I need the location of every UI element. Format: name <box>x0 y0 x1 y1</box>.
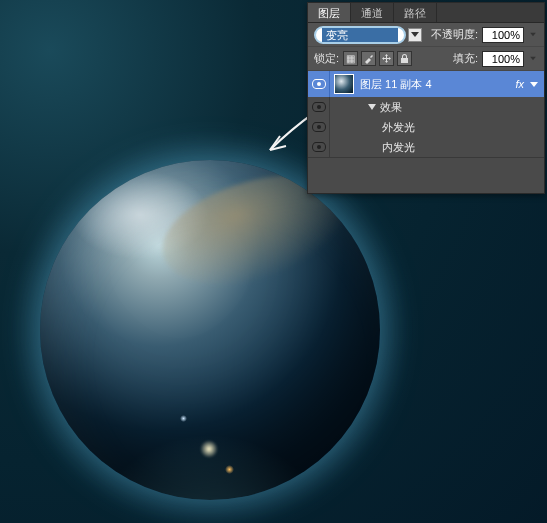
visibility-toggle[interactable] <box>308 97 330 117</box>
blend-opacity-row: 变亮 不透明度: 100% <box>308 23 544 47</box>
eye-icon <box>312 142 326 152</box>
fill-flyout-button[interactable] <box>528 56 538 61</box>
opacity-label: 不透明度: <box>431 27 478 42</box>
fill-input[interactable]: 100% <box>482 51 524 67</box>
layer-row-selected[interactable]: 图层 11 副本 4 fx <box>308 71 544 97</box>
visibility-toggle[interactable] <box>308 137 330 157</box>
brush-icon <box>363 53 374 64</box>
fx-indicator[interactable]: fx <box>509 78 530 90</box>
lens-flare <box>225 465 234 474</box>
visibility-toggle[interactable] <box>308 117 330 137</box>
lock-fill-row: 锁定: ▦ 填充: 100% <box>308 47 544 71</box>
eye-icon <box>312 79 326 89</box>
lock-icon <box>399 53 410 64</box>
layer-list-empty-area <box>308 157 544 193</box>
tab-layers[interactable]: 图层 <box>308 3 351 22</box>
lock-transparency-button[interactable]: ▦ <box>343 51 358 66</box>
eye-icon <box>312 122 326 132</box>
opacity-flyout-button[interactable] <box>528 32 538 37</box>
opacity-input[interactable]: 100% <box>482 27 524 43</box>
fill-label: 填充: <box>453 51 478 66</box>
panel-tabs: 图层 通道 路径 <box>308 3 544 23</box>
tab-channels[interactable]: 通道 <box>351 3 394 22</box>
move-icon <box>381 53 392 64</box>
layer-name[interactable]: 图层 11 副本 4 <box>358 77 509 92</box>
effects-header-row[interactable]: 效果 <box>308 97 544 117</box>
blend-mode-value: 变亮 <box>322 28 398 42</box>
effects-collapse-button[interactable] <box>530 82 544 87</box>
lock-pixels-button[interactable] <box>361 51 376 66</box>
effect-inner-glow-row[interactable]: 内发光 <box>308 137 544 157</box>
lock-position-button[interactable] <box>379 51 394 66</box>
lens-flare <box>200 440 218 458</box>
lock-icons: ▦ <box>343 51 412 66</box>
chevron-down-icon <box>411 32 419 37</box>
lens-flare <box>180 415 187 422</box>
effect-name: 内发光 <box>382 140 415 155</box>
chevron-down-icon <box>530 57 536 61</box>
lock-label: 锁定: <box>314 51 339 66</box>
visibility-toggle[interactable] <box>308 71 330 97</box>
layers-panel: 图层 通道 路径 变亮 不透明度: 100% 锁定: ▦ 填充: 100% <box>307 2 545 194</box>
lock-all-button[interactable] <box>397 51 412 66</box>
blend-mode-select[interactable]: 变亮 <box>314 26 406 44</box>
blend-mode-dropdown-button[interactable] <box>408 28 422 42</box>
eye-icon <box>312 102 326 112</box>
chevron-down-icon <box>530 33 536 37</box>
effect-name: 外发光 <box>382 120 415 135</box>
effects-label: 效果 <box>380 100 402 115</box>
layer-thumbnail[interactable] <box>334 74 354 94</box>
chevron-down-icon <box>530 82 538 87</box>
tab-paths[interactable]: 路径 <box>394 3 437 22</box>
chevron-down-icon <box>368 104 376 110</box>
layer-list: 图层 11 副本 4 fx 效果 外发光 内发光 <box>308 71 544 193</box>
effect-outer-glow-row[interactable]: 外发光 <box>308 117 544 137</box>
